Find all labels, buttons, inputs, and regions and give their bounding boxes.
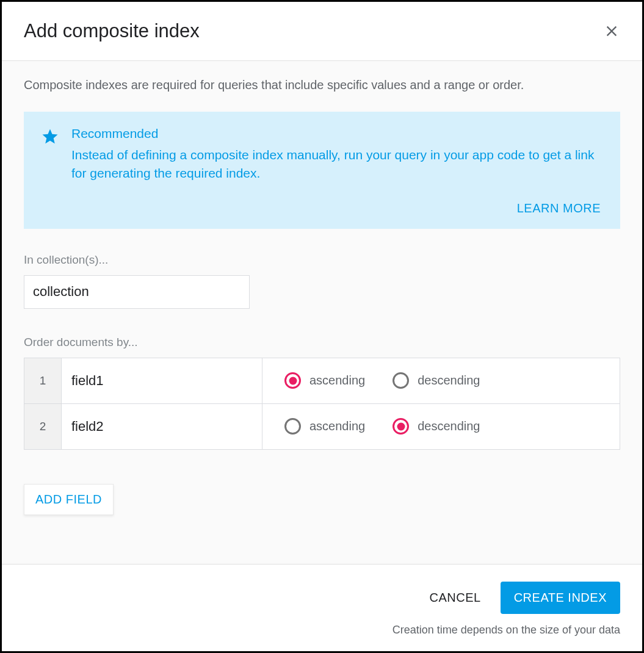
radio-descending[interactable]: descending [393,418,480,435]
footer-buttons: CANCEL CREATE INDEX [24,582,620,614]
dialog-title: Add composite index [24,20,200,42]
row-number: 1 [24,358,62,403]
dialog-footer: CANCEL CREATE INDEX Creation time depend… [2,564,642,651]
order-label: Order documents by... [24,336,620,349]
radio-circle-unchecked-icon [284,418,301,435]
radio-label: descending [418,419,480,433]
star-icon [41,128,59,146]
radio-ascending[interactable]: ascending [284,372,365,389]
radio-descending[interactable]: descending [393,372,480,389]
recommendation-banner: Recommended Instead of defining a compos… [24,112,620,229]
radio-circle-checked-icon [284,372,301,389]
learn-more-link[interactable]: LEARN MORE [517,201,601,215]
dialog-body: Composite indexes are required for queri… [2,61,642,564]
field-name-input[interactable] [62,358,262,403]
row-number: 2 [24,404,62,449]
radio-label: ascending [309,419,365,433]
banner-top: Recommended Instead of defining a compos… [41,126,601,183]
banner-actions: LEARN MORE [41,201,601,215]
radio-cell: ascending descending [262,404,620,449]
radio-circle-checked-icon [393,418,409,435]
field-name-cell [62,404,262,449]
collection-input[interactable] [24,275,250,309]
cancel-button[interactable]: CANCEL [430,591,481,605]
add-field-button[interactable]: ADD FIELD [24,484,114,515]
field-row: 1 ascending descending [24,358,620,404]
radio-label: descending [418,373,480,388]
collection-section: In collection(s)... [24,253,620,309]
order-section: Order documents by... 1 ascending [24,336,620,515]
banner-text: Instead of defining a composite index ma… [71,146,601,183]
fields-table: 1 ascending descending [24,358,620,450]
close-icon[interactable] [603,23,620,40]
banner-content: Recommended Instead of defining a compos… [71,126,601,183]
field-row: 2 ascending descending [24,404,620,450]
field-name-cell [62,358,262,403]
collection-label: In collection(s)... [24,253,620,267]
create-index-button[interactable]: CREATE INDEX [501,582,620,614]
field-name-input[interactable] [62,404,262,449]
dialog-header: Add composite index [2,2,642,61]
radio-circle-unchecked-icon [393,372,409,389]
dialog-description: Composite indexes are required for queri… [24,78,620,92]
radio-ascending[interactable]: ascending [284,418,365,435]
footer-note: Creation time depends on the size of you… [24,624,620,637]
add-composite-index-dialog: Add composite index Composite indexes ar… [0,0,644,653]
radio-cell: ascending descending [262,358,620,403]
banner-title: Recommended [71,126,601,141]
radio-label: ascending [309,373,365,388]
